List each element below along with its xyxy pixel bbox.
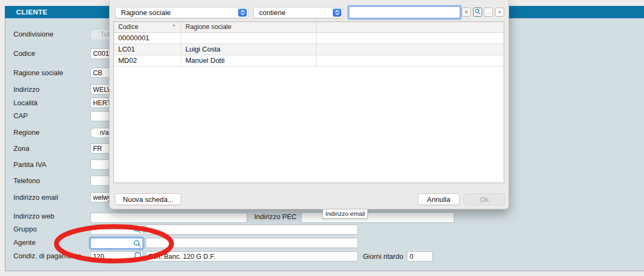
- more-options-button[interactable]: …: [484, 8, 493, 17]
- table-row[interactable]: MD02 Manuel Dotti: [114, 55, 504, 67]
- cell-ragione-sociale: [181, 33, 317, 44]
- field-label-giorni-ritardo: Giorni ritardo: [363, 252, 403, 261]
- agente-lookup-icon[interactable]: [133, 239, 141, 250]
- field-label-indirizzo-pec: Indirizzo PEC: [254, 213, 297, 221]
- field-label-cap: CAP: [13, 112, 28, 120]
- search-icon: [475, 9, 481, 15]
- field-label-partita-iva: Partita IVA: [13, 161, 46, 169]
- field-label-condiz-pagamento: Condiz. di pagamento: [13, 252, 81, 260]
- field-label-indirizzo-email: Indirizzo email: [13, 193, 58, 202]
- search-operator-dropdown-value: contiene: [259, 9, 285, 17]
- clear-search-button[interactable]: ✕: [462, 8, 471, 17]
- field-label-indirizzo: Indirizzo: [13, 85, 39, 94]
- sort-ascending-icon: ⌃: [171, 22, 176, 32]
- plus-icon: +: [498, 9, 501, 15]
- ellipsis-icon: …: [485, 9, 491, 15]
- close-icon: ✕: [464, 9, 469, 15]
- field-label-codice: Codice: [13, 49, 35, 58]
- window-title: CLIENTE: [16, 8, 47, 16]
- search-input[interactable]: [349, 6, 460, 18]
- column-header-empty[interactable]: [317, 22, 504, 32]
- cell-empty: [317, 55, 504, 67]
- condiz-pagamento-desc-input[interactable]: [146, 251, 358, 262]
- gruppo-lookup-icon[interactable]: [133, 226, 141, 236]
- search-operator-dropdown[interactable]: contiene: [253, 7, 343, 18]
- cell-empty: [317, 33, 504, 44]
- field-label-indirizzo-web: Indirizzo web: [13, 212, 54, 221]
- chevron-up-down-icon: [333, 9, 341, 17]
- cancel-button[interactable]: Annulla: [418, 193, 460, 205]
- cell-empty: [317, 44, 504, 55]
- field-label-localita: Località: [13, 99, 38, 107]
- chevron-up-down-icon: [238, 9, 247, 17]
- screenshot-root: CLIENTE Condivisione Codice Ragione soci…: [0, 0, 644, 276]
- agente-desc-input[interactable]: [146, 238, 358, 248]
- run-search-button[interactable]: [473, 8, 482, 17]
- cell-codice: LC01: [114, 44, 181, 55]
- giorni-ritardo-input[interactable]: [407, 251, 433, 262]
- field-label-zona: Zona: [13, 144, 30, 153]
- search-field-dropdown[interactable]: Ragione sociale: [115, 7, 248, 18]
- table-row[interactable]: LC01 Luigi Costa: [114, 44, 504, 55]
- field-label-agente: Agente: [13, 238, 35, 247]
- search-field-dropdown-value: Ragione sociale: [121, 9, 171, 17]
- indirizzo-web-input[interactable]: [90, 213, 247, 223]
- cell-ragione-sociale: Luigi Costa: [181, 44, 317, 55]
- cell-codice: MD02: [114, 55, 181, 67]
- results-table-header: Codice ⌃ Ragione sociale: [114, 22, 504, 33]
- tooltip: Indirizzo email: [323, 209, 368, 219]
- lookup-dialog: Ragione sociale contiene ✕ … + Codice ⌃ …: [109, 0, 509, 209]
- new-record-button[interactable]: Nuova scheda...: [115, 193, 181, 205]
- table-row[interactable]: 00000001: [114, 33, 504, 44]
- field-label-gruppo: Gruppo: [13, 225, 37, 234]
- cell-ragione-sociale: Manuel Dotti: [181, 55, 317, 67]
- field-label-telefono: Telefono: [13, 177, 40, 185]
- cell-codice: 00000001: [114, 33, 181, 44]
- field-label-condivisione: Condivisione: [13, 30, 53, 39]
- field-label-ragione-sociale: Ragione sociale: [13, 69, 63, 77]
- ok-button: Ok: [463, 193, 505, 205]
- column-header-ragione-sociale[interactable]: Ragione sociale: [181, 22, 317, 32]
- condiz-clipboard-icon[interactable]: [134, 251, 141, 263]
- column-header-codice[interactable]: Codice ⌃: [114, 22, 181, 32]
- add-record-button[interactable]: +: [495, 8, 504, 17]
- gruppo-desc-input[interactable]: [146, 224, 358, 235]
- field-label-regione: Regione: [13, 128, 39, 137]
- results-table: Codice ⌃ Ragione sociale 00000001 LC01 L…: [113, 21, 504, 183]
